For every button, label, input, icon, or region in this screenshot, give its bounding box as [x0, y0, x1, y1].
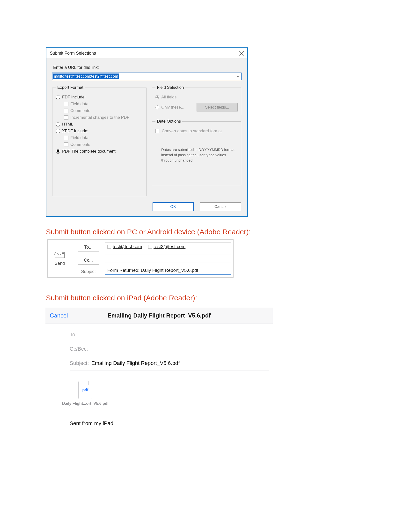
submit-form-dialog: Submit Form Selections Enter a URL for t…: [46, 48, 248, 217]
cc-field[interactable]: [105, 254, 231, 263]
ipad-to-label: To:: [70, 332, 77, 338]
check-convert-dates: Convert dates to standard format: [155, 129, 238, 133]
radio-icon: [56, 129, 60, 133]
date-note: Dates are submitted in D:YYYYMMDD format…: [155, 147, 238, 165]
subject-value: Form Returned: Daily Flight Report_V5.6.…: [107, 268, 198, 273]
to-chip-2[interactable]: test2@test.com: [148, 244, 186, 249]
ipad-subject-value: Emailing Daily Flight Report_V5.6.pdf: [91, 360, 180, 366]
check-label: Field data: [70, 135, 88, 140]
chip-box-icon: [107, 245, 111, 249]
attachment-badge: pdf: [83, 388, 88, 392]
date-options-group: Date Options Convert dates to standard f…: [152, 119, 241, 185]
checkbox-icon: [64, 142, 68, 147]
caption-ipad: Submit button clicked on iPad (Adobe Rea…: [46, 294, 197, 302]
ipad-ccbcc-label: Cc/Bcc:: [70, 346, 88, 352]
to-chip-2-label: test2@test.com: [154, 244, 186, 249]
pdf-file-icon: pdf: [78, 381, 92, 399]
radio-xfdf-label: XFDF Include:: [62, 129, 88, 133]
attachment[interactable]: pdf Daily Flight...ort_V5.6.pdf: [70, 381, 101, 406]
attachment-name: Daily Flight...ort_V5.6.pdf: [62, 401, 109, 406]
radio-all-fields-label: All fields: [161, 95, 177, 100]
radio-html[interactable]: HTML: [56, 122, 143, 127]
field-selection-group: Field Selection All fields Only these...…: [152, 85, 241, 115]
svg-rect-1: [62, 252, 64, 254]
date-options-legend: Date Options: [155, 119, 182, 124]
check-field-data-fdf[interactable]: Field data: [64, 102, 143, 106]
ipad-to-row[interactable]: To:: [70, 328, 269, 342]
to-chip-1[interactable]: test@test.com: [107, 244, 142, 249]
subject-field[interactable]: Form Returned: Daily Flight Report_V5.6.…: [105, 266, 231, 275]
radio-only-these: Only these...: [155, 105, 184, 110]
ok-button[interactable]: OK: [153, 202, 194, 211]
envelope-icon: [54, 251, 65, 258]
cancel-button[interactable]: Cancel: [200, 202, 241, 211]
checkbox-icon: [64, 115, 68, 120]
ipad-subject-label: Subject:: [70, 360, 89, 366]
check-label: Convert dates to standard format: [162, 129, 222, 133]
to-field[interactable]: test@test.com ; test2@test.com: [105, 242, 231, 251]
checkbox-icon: [64, 109, 68, 113]
radio-fdf[interactable]: FDF Include:: [56, 95, 143, 100]
radio-fdf-label: FDF Include:: [62, 95, 86, 100]
radio-pdf[interactable]: PDF The complete document: [56, 149, 143, 154]
check-label: Comments: [70, 108, 90, 113]
export-format-group: Export Format FDF Include: Field data Co…: [52, 85, 147, 196]
radio-pdf-label: PDF The complete document: [62, 149, 116, 154]
ipad-subject-row[interactable]: Subject: Emailing Daily Flight Report_V5…: [70, 356, 269, 370]
to-separator: ;: [145, 244, 146, 249]
checkbox-icon: [64, 102, 68, 106]
radio-xfdf[interactable]: XFDF Include:: [56, 129, 143, 133]
send-label: Send: [55, 261, 65, 266]
field-selection-legend: Field Selection: [155, 85, 186, 90]
url-combobox[interactable]: mailto:test@test.com;test2@test.com: [52, 73, 242, 80]
radio-all-fields: All fields: [155, 95, 238, 100]
check-label: Field data: [70, 102, 88, 106]
ipad-ccbcc-row[interactable]: Cc/Bcc:: [70, 342, 269, 356]
chip-box-icon: [148, 245, 152, 249]
radio-icon: [155, 95, 159, 99]
to-chip-1-label: test@test.com: [113, 244, 142, 249]
ipad-header: Cancel Emailing Daily Flight Report_V5.6…: [46, 308, 273, 324]
radio-icon: [56, 122, 60, 126]
ipad-compose: Cancel Emailing Daily Flight Report_V5.6…: [46, 308, 273, 427]
select-fields-button: Select fields...: [196, 103, 238, 112]
chevron-down-icon[interactable]: [235, 73, 241, 80]
ipad-cancel-button[interactable]: Cancel: [50, 312, 68, 319]
url-label: Enter a URL for this link:: [53, 65, 242, 70]
dialog-title: Submit Form Selections: [50, 51, 96, 56]
check-comments-xfdf[interactable]: Comments: [64, 142, 143, 147]
check-comments-fdf[interactable]: Comments: [64, 108, 143, 113]
radio-icon: [155, 105, 159, 109]
to-button[interactable]: To...: [78, 243, 99, 251]
dialog-titlebar: Submit Form Selections: [47, 48, 247, 59]
ipad-title: Emailing Daily Flight Report_V5.6.pdf: [46, 312, 273, 319]
checkbox-icon: [155, 129, 160, 133]
outlook-compose: Send To... Cc... Subject test@test.com ;…: [47, 239, 234, 278]
radio-icon: [56, 149, 60, 153]
export-format-legend: Export Format: [56, 85, 85, 90]
check-incremental[interactable]: Incremental changes to the PDF: [64, 115, 143, 120]
radio-html-label: HTML: [62, 122, 73, 127]
cc-button[interactable]: Cc...: [78, 256, 99, 265]
url-value: mailto:test@test.com;test2@test.com: [53, 74, 119, 79]
check-label: Comments: [70, 142, 90, 147]
caption-pc-android: Submit button clicked on PC or Android d…: [46, 228, 251, 236]
close-icon[interactable]: [239, 50, 244, 56]
send-button[interactable]: Send: [48, 240, 72, 277]
radio-icon: [56, 95, 60, 99]
ipad-signature: Sent from my iPad: [46, 406, 273, 427]
check-field-data-xfdf[interactable]: Field data: [64, 135, 143, 140]
radio-only-these-label: Only these...: [161, 105, 184, 110]
subject-label: Subject: [81, 269, 95, 274]
check-label: Incremental changes to the PDF: [70, 115, 129, 120]
checkbox-icon: [64, 136, 68, 140]
